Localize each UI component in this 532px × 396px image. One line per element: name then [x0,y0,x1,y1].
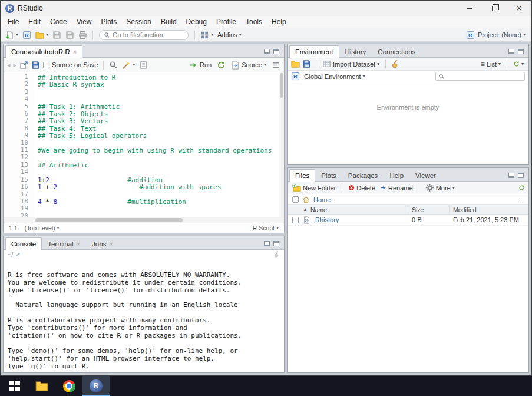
minimize-pane-icon[interactable] [508,49,514,54]
tab-history[interactable]: History [339,45,372,57]
taskbar-rstudio[interactable]: R [82,376,110,396]
minimize-pane-icon[interactable] [264,49,270,54]
menu-code[interactable]: Code [45,16,72,27]
tab-plots[interactable]: Plots [315,169,342,181]
goto-file-search[interactable] [99,30,189,40]
print-button[interactable] [77,30,88,40]
save-all-button[interactable] [64,30,75,40]
source-button[interactable]: Source▾ [230,60,267,70]
menu-plots[interactable]: Plots [97,16,122,27]
tab-console[interactable]: Console [5,237,42,250]
open-file-button[interactable]: ▾ [34,30,49,40]
file-row[interactable]: .Rhistory0 BFeb 21, 2021, 5:23 PM [288,214,528,226]
close-tab-icon[interactable]: × [77,240,80,248]
breadcrumb-ellipsis[interactable]: ... [518,196,524,203]
new-file-button[interactable]: ▾ [4,30,19,40]
column-modified[interactable]: Modified [449,205,528,214]
column-size[interactable]: Size [408,205,449,214]
document-outline-icon[interactable] [272,61,280,70]
close-tab-icon[interactable]: × [73,48,77,55]
forward-icon[interactable]: ▸ [14,61,17,69]
taskbar-chrome[interactable] [55,376,82,396]
tab-terminal[interactable]: Terminal× [42,237,86,249]
global-environment-selector[interactable]: Global Environment▾ [303,72,366,81]
maximize-pane-icon[interactable] [518,173,524,178]
save-workspace-icon[interactable] [302,60,311,68]
maximize-pane-icon[interactable] [273,241,279,246]
compile-report-icon[interactable] [139,61,148,70]
breadcrumb-home[interactable]: Home [313,196,331,203]
save-button[interactable] [51,30,62,40]
file-name[interactable]: .Rhistory [313,216,339,223]
tab-environment[interactable]: Environment [289,45,339,58]
import-dataset-button[interactable]: Import Dataset ▾ [321,59,381,69]
save-icon[interactable] [31,61,40,70]
restore-button[interactable] [482,1,507,16]
delete-button[interactable]: Delete [347,184,376,192]
editor-code[interactable]: ## Introduction to R## Basic R syntax ##… [34,72,284,217]
rerun-icon[interactable] [217,61,226,70]
menu-profile[interactable]: Profile [212,16,241,27]
rename-button[interactable]: Rename [379,184,414,192]
scrollbar-thumb[interactable] [280,73,283,98]
editor-tab[interactable]: CourseraIntrotoR.R × [5,45,82,58]
menu-edit[interactable]: Edit [24,16,45,27]
menu-file[interactable]: File [3,16,24,27]
run-button[interactable]: Run [188,60,213,70]
maximize-pane-icon[interactable] [518,49,524,54]
taskbar-file-explorer[interactable] [28,376,55,396]
refresh-environment-button[interactable]: ▾ [512,60,525,68]
menu-session[interactable]: Session [121,16,156,27]
menu-debug[interactable]: Debug [181,16,212,27]
project-selector[interactable]: Project: (None)▾ [477,31,527,39]
editor-vscrollbar[interactable] [279,72,284,217]
table-icon [322,60,331,68]
tab-packages[interactable]: Packages [342,169,384,181]
checkbox[interactable] [43,62,49,68]
select-all-checkbox[interactable] [292,196,299,203]
scope-selector[interactable]: (Top Level)▾ [25,225,60,232]
tab-connections[interactable]: Connections [372,45,421,57]
minimize-pane-icon[interactable] [508,173,514,178]
maximize-pane-icon[interactable] [273,49,279,54]
tab-viewer[interactable]: Viewer [409,169,442,181]
addins-button[interactable]: Addins▾ [216,31,243,39]
load-workspace-icon[interactable] [291,60,300,68]
list-view-button[interactable]: ≡List▾ [480,60,502,68]
environment-search-input[interactable] [447,73,522,80]
minimize-button[interactable] [457,1,482,16]
goto-file-input[interactable] [113,31,184,38]
editor-hscrollbar[interactable] [4,217,284,223]
console-output[interactable]: R is free software and comes with ABSOLU… [4,259,284,372]
more-button[interactable]: More▾ [424,183,456,193]
new-folder-button[interactable]: New Folder [291,183,337,193]
clear-environment-icon[interactable] [391,60,399,68]
menu-build[interactable]: Build [156,16,181,27]
clear-console-icon[interactable] [273,251,280,258]
open-in-new-window-icon[interactable] [19,61,28,70]
source-on-save-checkbox[interactable]: Source on Save [43,61,98,68]
code-tools-button[interactable]: ▾ [121,60,136,70]
menu-help[interactable]: Help [267,16,291,27]
tab-jobs[interactable]: Jobs× [86,237,119,249]
tab-help[interactable]: Help [384,169,409,181]
menu-tools[interactable]: Tools [241,16,267,27]
column-name[interactable]: ▲Name [303,206,408,213]
tab-files[interactable]: Files [289,169,315,182]
find-replace-icon[interactable] [109,61,118,70]
refresh-files-icon[interactable] [518,184,525,191]
menu-view[interactable]: View [72,16,97,27]
back-icon[interactable]: ◂ [7,61,11,69]
new-project-button[interactable] [21,30,32,40]
panes-layout-button[interactable]: ▾ [199,30,214,40]
file-size: 0 B [408,216,449,223]
environment-search[interactable] [435,72,525,81]
minimize-pane-icon[interactable] [264,241,270,246]
start-button[interactable] [1,376,28,396]
doc-type-selector[interactable]: R Script▾ [253,225,279,232]
goto-directory-icon[interactable]: ↗ [15,251,20,258]
close-tab-icon[interactable]: × [109,240,113,248]
file-checkbox[interactable] [292,217,299,223]
close-button[interactable]: × [507,1,531,16]
scrollbar-thumb[interactable] [35,218,183,222]
